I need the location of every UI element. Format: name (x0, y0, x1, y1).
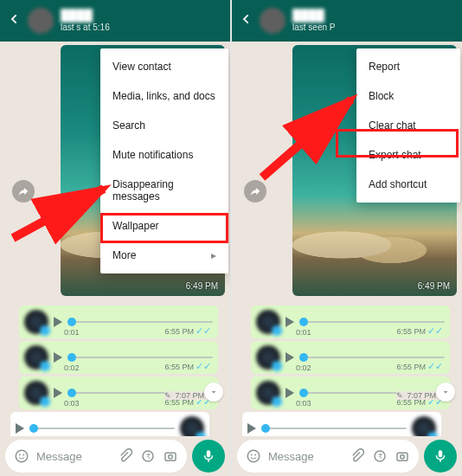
voice-track[interactable] (261, 428, 407, 429)
avatar[interactable] (28, 8, 54, 34)
menu-add-shortcut[interactable]: Add shortcut (356, 170, 460, 199)
payment-icon[interactable]: ₹ (372, 448, 388, 464)
voice-message-in[interactable]: 0:02 7:00 PM (10, 412, 209, 436)
play-icon[interactable] (54, 388, 62, 398)
mic-button[interactable] (424, 440, 457, 473)
play-icon[interactable] (286, 317, 294, 327)
scroll-down-button[interactable] (436, 383, 455, 402)
contact-status: last seen P (292, 23, 455, 32)
annotation-highlight (336, 129, 459, 158)
play-icon[interactable] (286, 388, 294, 398)
voice-time: 7:00 PM (144, 434, 173, 436)
svg-line-7 (13, 189, 104, 238)
svg-point-1 (19, 454, 21, 456)
svg-rect-13 (397, 453, 407, 460)
play-icon[interactable] (247, 423, 256, 434)
composer: Message ₹ (0, 436, 230, 476)
voice-time: 6:55 PM✓✓ (396, 361, 443, 372)
svg-point-2 (22, 454, 24, 456)
voice-message-in[interactable]: 0:02 7:00 PM (242, 412, 441, 436)
contact-info[interactable]: ████ last seen P (292, 10, 455, 31)
scroll-down-button[interactable] (204, 383, 223, 402)
menu-report[interactable]: Report (356, 52, 460, 81)
svg-point-9 (251, 454, 253, 456)
attach-icon[interactable] (350, 448, 365, 464)
emoji-icon[interactable] (246, 448, 261, 464)
play-icon[interactable] (16, 423, 24, 434)
msg-time: 6:49 PM (418, 281, 450, 291)
svg-rect-5 (165, 453, 176, 460)
voice-duration: 0:01 (296, 328, 311, 337)
back-icon[interactable] (7, 12, 21, 29)
voice-duration: 0:03 (64, 399, 80, 408)
more-submenu: Report Block Clear chat Export chat Add … (356, 48, 460, 203)
chevron-right-icon: ▸ (211, 249, 216, 261)
payment-icon[interactable]: ₹ (140, 448, 156, 464)
voice-time: 6:55 PM✓✓ (164, 325, 211, 337)
voice-avatar (24, 381, 48, 405)
voice-avatar (256, 345, 280, 370)
annotation-highlight (100, 213, 228, 243)
message-placeholder: Message (268, 450, 343, 463)
msg-time: 6:49 PM (186, 281, 218, 291)
voice-duration: 0:02 (64, 363, 80, 372)
voice-message[interactable]: 0:02 6:55 PM✓✓ (19, 341, 218, 374)
voice-track[interactable] (67, 357, 213, 358)
voice-message[interactable]: 0:02 6:55 PM✓✓ (251, 341, 450, 374)
camera-icon[interactable] (395, 448, 410, 464)
menu-block[interactable]: Block (356, 81, 460, 111)
phone-right: ████ last seen P 6:49 PM Report Block Cl… (232, 0, 462, 476)
read-ticks-icon: ✓✓ (196, 325, 211, 337)
chat-header: ████ last seen P (232, 0, 462, 42)
voice-avatar (24, 345, 48, 370)
voice-track[interactable] (67, 321, 213, 323)
message-input[interactable]: Message ₹ (5, 440, 187, 473)
svg-point-10 (254, 454, 256, 456)
play-icon[interactable] (54, 352, 62, 363)
contact-status: last s at 5:16 (61, 23, 223, 32)
voice-avatar (256, 310, 280, 334)
menu-media-links-docs[interactable]: Media, links, and docs (100, 81, 228, 111)
voice-track[interactable] (299, 357, 445, 358)
contact-info[interactable]: ████ last s at 5:16 (61, 10, 223, 31)
voice-duration: 0:01 (64, 328, 80, 337)
composer: Message ₹ (232, 436, 462, 476)
voice-track[interactable] (299, 321, 445, 323)
camera-icon[interactable] (163, 448, 178, 464)
play-icon[interactable] (286, 352, 294, 363)
svg-point-8 (247, 450, 260, 462)
menu-search[interactable]: Search (100, 111, 228, 140)
voice-track[interactable] (29, 428, 175, 429)
voice-time: 7:00 PM (375, 434, 405, 436)
emoji-icon[interactable] (14, 448, 29, 464)
back-icon[interactable] (239, 12, 253, 29)
voice-avatar (412, 416, 436, 436)
voice-message[interactable]: 0:01 6:55 PM✓✓ (19, 306, 218, 338)
svg-text:₹: ₹ (378, 453, 382, 460)
voice-message[interactable]: 0:01 6:55 PM✓✓ (251, 306, 450, 338)
avatar[interactable] (260, 8, 286, 34)
voice-time: 6:55 PM✓✓ (164, 361, 211, 372)
svg-point-6 (169, 455, 173, 460)
svg-text:₹: ₹ (146, 453, 151, 460)
message-input[interactable]: Message ₹ (237, 440, 419, 473)
contact-name: ████ (61, 10, 223, 22)
voice-duration: 0:03 (296, 399, 311, 408)
attach-icon[interactable] (118, 448, 133, 464)
voice-duration: 0:02 (31, 434, 47, 436)
menu-mute-notifications[interactable]: Mute notifications (100, 140, 228, 170)
message-placeholder: Message (36, 450, 111, 463)
contact-name: ████ (292, 10, 455, 22)
svg-point-14 (401, 455, 405, 460)
voice-time: 6:55 PM✓✓ (396, 325, 443, 337)
phone-left: ████ last s at 5:16 6:49 PM View contact… (0, 0, 230, 476)
play-icon[interactable] (54, 317, 62, 327)
chat-header: ████ last s at 5:16 (0, 0, 230, 42)
menu-view-contact[interactable]: View contact (100, 52, 228, 81)
voice-duration: 0:02 (296, 363, 311, 372)
svg-point-0 (16, 450, 28, 462)
voice-duration: 0:02 (263, 434, 279, 436)
voice-avatar (256, 381, 280, 405)
voice-avatar (180, 416, 204, 436)
mic-button[interactable] (192, 440, 225, 473)
